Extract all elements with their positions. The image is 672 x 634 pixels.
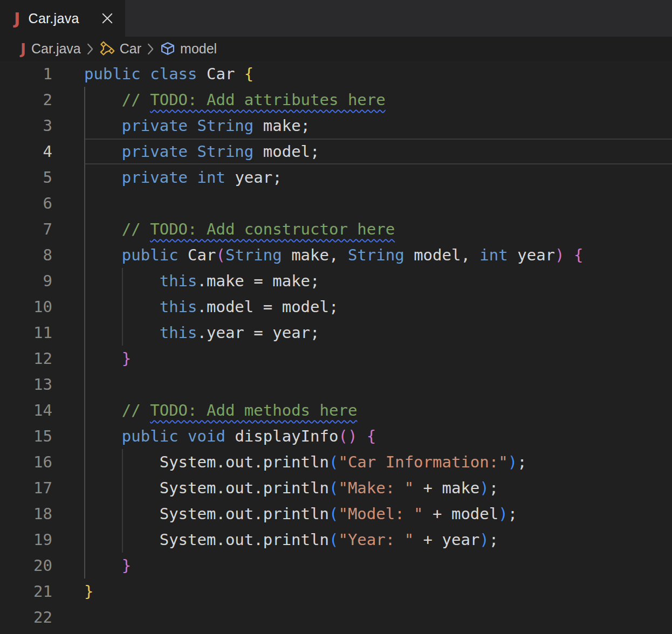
gutter-spacer — [52, 87, 84, 113]
tab-car-java[interactable]: J Car.java — [0, 0, 125, 37]
line-number[interactable]: 6 — [0, 190, 52, 216]
line-number[interactable]: 16 — [0, 449, 52, 475]
java-file-icon: J — [14, 10, 20, 27]
code-line-content: this.model = model; — [84, 294, 672, 320]
tab-title: Car.java — [29, 11, 79, 26]
code-line-content: // TODO: Add attributes here — [84, 87, 672, 113]
code-line-content: System.out.println("Car Information:"); — [84, 449, 672, 475]
java-icon: J — [20, 42, 26, 56]
line-number[interactable]: 19 — [0, 527, 52, 553]
code-line[interactable]: 14 // TODO: Add methods here — [0, 397, 672, 423]
gutter-spacer — [52, 346, 84, 371]
code-line[interactable]: 2 // TODO: Add attributes here — [0, 87, 672, 113]
gutter-spacer — [52, 371, 84, 397]
code-line[interactable]: 4 private String model; — [0, 139, 672, 164]
code-line[interactable]: 13 — [0, 371, 672, 397]
gutter-spacer — [52, 604, 84, 630]
code-line[interactable]: 19 System.out.println("Year: " + year); — [0, 527, 672, 553]
line-number[interactable]: 15 — [0, 423, 52, 449]
code-line[interactable]: 20 } — [0, 553, 672, 578]
chevron-right-icon — [85, 42, 95, 56]
line-number[interactable]: 2 — [0, 87, 52, 113]
line-number[interactable]: 5 — [0, 164, 52, 190]
gutter-spacer — [52, 449, 84, 475]
gutter-spacer — [52, 527, 84, 553]
code-line-content: this.year = year; — [84, 320, 672, 346]
gutter-spacer — [52, 423, 84, 449]
code-line-content: public class Car { — [84, 61, 672, 87]
code-line[interactable]: 18 System.out.println("Model: " + model)… — [0, 501, 672, 527]
line-number[interactable]: 4 — [0, 139, 52, 164]
gutter-spacer — [52, 578, 84, 604]
line-number[interactable]: 1 — [0, 61, 52, 87]
code-line-content: private String make; — [84, 113, 672, 139]
line-number[interactable]: 14 — [0, 397, 52, 423]
code-line[interactable]: 21} — [0, 578, 672, 604]
code-line-content: private int year; — [84, 164, 672, 190]
code-line-content: System.out.println("Make: " + make); — [84, 475, 672, 501]
breadcrumb-class-label: Car — [120, 41, 141, 57]
line-number[interactable]: 12 — [0, 346, 52, 371]
code-line-content: } — [84, 346, 672, 371]
indent-guide — [122, 268, 123, 346]
gutter-spacer — [52, 475, 84, 501]
breadcrumb-item-class[interactable]: Car — [99, 41, 141, 57]
tab-close-button[interactable] — [98, 9, 116, 27]
code-line[interactable]: 5 private int year; — [0, 164, 672, 190]
code-editor: 1public class Car {2 // TODO: Add attrib… — [0, 61, 672, 634]
code-line-content: } — [84, 553, 672, 578]
code-line[interactable]: 10 this.model = model; — [0, 294, 672, 320]
code-line-content: private String model; — [84, 139, 672, 164]
code-line-content — [84, 604, 672, 630]
chevron-right-icon — [146, 42, 155, 56]
vscode-window: J Car.java J Car.java — [0, 0, 672, 634]
gutter-spacer — [52, 553, 84, 578]
breadcrumb-file-label: Car.java — [31, 41, 81, 57]
code-line[interactable]: 8 public Car(String make, String model, … — [0, 242, 672, 268]
line-number[interactable]: 9 — [0, 268, 52, 294]
line-number[interactable]: 11 — [0, 320, 52, 346]
code-line[interactable]: 17 System.out.println("Make: " + make); — [0, 475, 672, 501]
code-line[interactable]: 15 public void displayInfo() { — [0, 423, 672, 449]
code-line[interactable]: 12 } — [0, 346, 672, 371]
code-line[interactable]: 7 // TODO: Add constructor here — [0, 216, 672, 242]
breadcrumb-item-file[interactable]: J Car.java — [20, 41, 81, 57]
breadcrumb-symbol-label: model — [180, 41, 217, 57]
code-lines: 1public class Car {2 // TODO: Add attrib… — [0, 61, 672, 630]
code-line[interactable]: 1public class Car { — [0, 61, 672, 87]
gutter-spacer — [52, 242, 84, 268]
line-number[interactable]: 3 — [0, 113, 52, 139]
line-number[interactable]: 13 — [0, 371, 52, 397]
line-number[interactable]: 21 — [0, 578, 52, 604]
gutter-spacer — [52, 164, 84, 190]
line-number[interactable]: 18 — [0, 501, 52, 527]
code-line-content: this.make = make; — [84, 268, 672, 294]
code-line-content — [84, 371, 672, 397]
line-number[interactable]: 7 — [0, 216, 52, 242]
code-line[interactable]: 6 — [0, 190, 672, 216]
code-line-content — [84, 190, 672, 216]
breadcrumb: J Car.java Car — [0, 37, 672, 61]
gutter-spacer — [52, 61, 84, 87]
gutter-spacer — [52, 501, 84, 527]
code-line-content: System.out.println("Year: " + year); — [84, 527, 672, 553]
gutter-spacer — [52, 320, 84, 346]
close-icon — [101, 12, 114, 25]
line-number[interactable]: 22 — [0, 604, 52, 630]
code-line-content: } — [84, 578, 672, 604]
line-number[interactable]: 20 — [0, 553, 52, 578]
line-number[interactable]: 10 — [0, 294, 52, 320]
code-line[interactable]: 9 this.make = make; — [0, 268, 672, 294]
gutter-spacer — [52, 113, 84, 139]
gutter-spacer — [52, 139, 84, 164]
code-line[interactable]: 16 System.out.println("Car Information:"… — [0, 449, 672, 475]
code-line[interactable]: 22 — [0, 604, 672, 630]
code-line[interactable]: 11 this.year = year; — [0, 320, 672, 346]
line-number[interactable]: 17 — [0, 475, 52, 501]
breadcrumb-item-symbol[interactable]: model — [160, 41, 217, 57]
indent-guide — [122, 449, 123, 553]
code-line[interactable]: 3 private String make; — [0, 113, 672, 139]
code-line-content: System.out.println("Model: " + model); — [84, 501, 672, 527]
code-line-content: public void displayInfo() { — [84, 423, 672, 449]
line-number[interactable]: 8 — [0, 242, 52, 268]
